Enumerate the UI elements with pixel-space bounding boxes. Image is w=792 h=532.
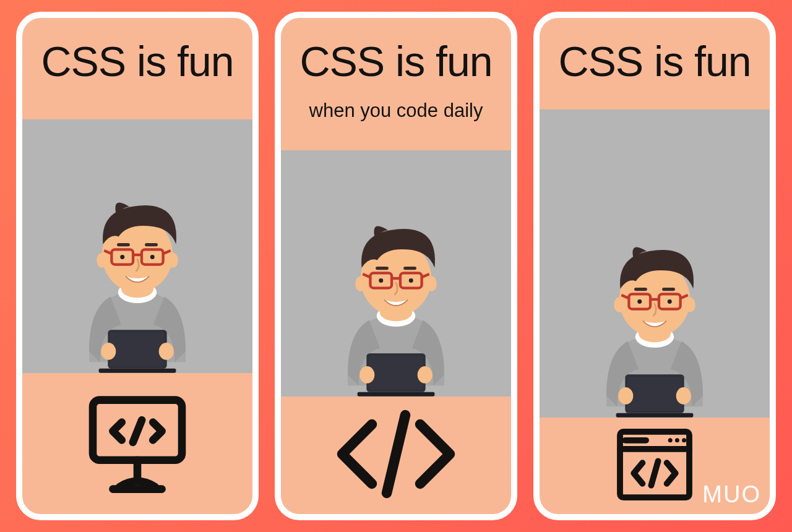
code-window-icon — [611, 421, 698, 510]
card-title: CSS is fun — [26, 40, 249, 82]
card-header: CSS is fun when you code daily — [281, 18, 511, 150]
watermark-text: MUO — [702, 481, 761, 508]
card-footer — [22, 373, 252, 514]
card-title: CSS is fun — [285, 40, 507, 82]
card-header: CSS is fun — [540, 18, 770, 109]
card-3: CSS is fun MUO — [533, 12, 776, 520]
code-monitor-icon — [82, 387, 193, 500]
card-1: CSS is fun — [16, 12, 259, 520]
card-illustration — [540, 109, 770, 418]
card-title: CSS is fun — [543, 40, 766, 82]
card-subtitle: when you code daily — [285, 100, 507, 122]
card-illustration — [22, 119, 252, 373]
card-illustration — [281, 150, 511, 397]
developer-avatar-icon — [57, 191, 218, 373]
svg-line-22 — [133, 420, 142, 442]
card-2: CSS is fun when you code daily — [275, 12, 517, 520]
developer-avatar-icon — [574, 235, 735, 418]
svg-point-28 — [682, 438, 686, 442]
svg-point-27 — [675, 438, 679, 442]
developer-avatar-icon — [316, 214, 476, 397]
card-footer — [281, 397, 511, 514]
svg-line-30 — [651, 461, 658, 485]
card-footer: MUO — [540, 418, 770, 514]
card-header: CSS is fun — [22, 18, 252, 119]
svg-point-26 — [668, 438, 673, 442]
code-brackets-icon — [331, 408, 461, 503]
svg-line-23 — [387, 415, 405, 493]
